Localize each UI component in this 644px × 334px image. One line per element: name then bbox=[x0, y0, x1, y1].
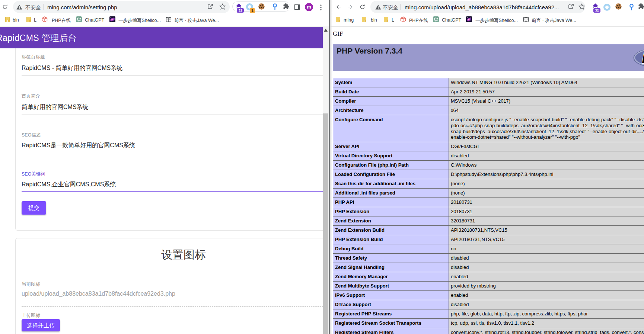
svg-text:P: P bbox=[642, 50, 644, 66]
